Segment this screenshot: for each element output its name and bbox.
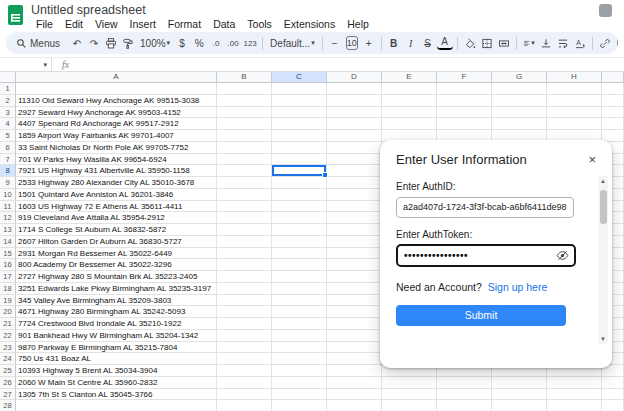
formula-input[interactable] [79, 58, 624, 71]
cell-partial-3[interactable] [602, 107, 624, 119]
cell-B26[interactable] [217, 377, 272, 389]
authtoken-input[interactable] [404, 250, 554, 261]
cell-A7[interactable]: 701 W Parks Hwy Wasilla AK 99654-6924 [16, 154, 217, 166]
cell-A26[interactable]: 2060 W Main St Centre AL 35960-2832 [16, 377, 217, 389]
cell-C21[interactable] [272, 318, 327, 330]
cell-B7[interactable] [217, 154, 272, 166]
cell-C28[interactable] [272, 400, 327, 411]
cell-B16[interactable] [217, 259, 272, 271]
column-header-A[interactable]: A [16, 72, 217, 82]
cell-G4[interactable] [492, 118, 547, 130]
strikethrough-button[interactable]: S [420, 34, 436, 52]
cell-D11[interactable] [327, 201, 382, 213]
borders-icon[interactable] [479, 34, 495, 52]
cell-B1[interactable] [217, 83, 272, 95]
cell-A4[interactable]: 4407 Spenard Rd Anchorage AK 99517-2912 [16, 118, 217, 130]
insert-link-icon[interactable] [597, 34, 613, 52]
cell-C3[interactable] [272, 107, 327, 119]
cell-C7[interactable] [272, 154, 327, 166]
cell-H27[interactable] [547, 389, 602, 401]
cell-C22[interactable] [272, 330, 327, 342]
cell-C13[interactable] [272, 224, 327, 236]
cell-B11[interactable] [217, 201, 272, 213]
menu-help[interactable]: Help [342, 18, 374, 31]
row-header-15[interactable]: 15 [0, 248, 16, 260]
cell-B3[interactable] [217, 107, 272, 119]
column-header-D[interactable]: D [327, 72, 382, 82]
cell-partial-1[interactable] [602, 83, 624, 95]
cell-A5[interactable]: 1859 Airport Way Fairbanks AK 99701-4007 [16, 130, 217, 142]
cell-G3[interactable] [492, 107, 547, 119]
toggle-password-visibility-icon[interactable] [554, 247, 570, 263]
cell-B12[interactable] [217, 212, 272, 224]
cell-A22[interactable]: 901 Bankhead Hwy W Birmingham AL 35204-1… [16, 330, 217, 342]
cell-B21[interactable] [217, 318, 272, 330]
cell-D1[interactable] [327, 83, 382, 95]
vertical-align-icon[interactable] [538, 34, 554, 52]
row-header-25[interactable]: 25 [0, 365, 16, 377]
dialog-scrollbar[interactable]: ▲ ▼ [598, 176, 608, 344]
cell-H3[interactable] [547, 107, 602, 119]
column-header-G[interactable]: G [492, 72, 547, 82]
cell-C15[interactable] [272, 248, 327, 260]
cell-C6[interactable] [272, 142, 327, 154]
cell-C23[interactable] [272, 342, 327, 354]
cell-B20[interactable] [217, 306, 272, 318]
cell-B23[interactable] [217, 342, 272, 354]
cell-G26[interactable] [492, 377, 547, 389]
row-header-17[interactable]: 17 [0, 271, 16, 283]
cell-H2[interactable] [547, 95, 602, 107]
cell-F2[interactable] [437, 95, 492, 107]
cell-partial-26[interactable] [602, 377, 624, 389]
cell-B19[interactable] [217, 295, 272, 307]
cell-C26[interactable] [272, 377, 327, 389]
cell-D25[interactable] [327, 365, 382, 377]
cell-D5[interactable] [327, 130, 382, 142]
signup-link[interactable]: Sign up here [488, 281, 548, 293]
row-header-19[interactable]: 19 [0, 295, 16, 307]
cell-F4[interactable] [437, 118, 492, 130]
cell-A1[interactable] [16, 83, 217, 95]
cell-B24[interactable] [217, 353, 272, 365]
row-header-5[interactable]: 5 [0, 130, 16, 142]
submit-button[interactable]: Submit [396, 305, 566, 326]
cell-B10[interactable] [217, 189, 272, 201]
cell-C24[interactable] [272, 353, 327, 365]
account-icon[interactable] [599, 4, 612, 17]
merge-cells-icon[interactable] [496, 34, 512, 52]
format-currency-button[interactable]: $ [174, 34, 190, 52]
cell-F1[interactable] [437, 83, 492, 95]
horizontal-align-icon[interactable]: ▾ [521, 34, 537, 52]
cell-D9[interactable] [327, 177, 382, 189]
cell-D3[interactable] [327, 107, 382, 119]
document-title[interactable]: Untitled spreadsheet [31, 3, 374, 17]
scrollbar-thumb[interactable] [600, 190, 607, 224]
text-rotation-icon[interactable]: A [572, 34, 588, 52]
cell-D20[interactable] [327, 306, 382, 318]
zoom-control[interactable]: 100% ▾ [137, 34, 173, 52]
cell-A18[interactable]: 3251 Edwards Lake Pkwy Birmingham AL 352… [16, 283, 217, 295]
cell-D28[interactable] [327, 400, 382, 411]
cell-C11[interactable] [272, 201, 327, 213]
cell-E27[interactable] [382, 389, 437, 401]
row-header-23[interactable]: 23 [0, 342, 16, 354]
row-header-24[interactable]: 24 [0, 353, 16, 365]
column-header-H[interactable]: H [547, 72, 602, 82]
select-all-corner[interactable] [0, 72, 16, 82]
cell-C25[interactable] [272, 365, 327, 377]
undo-icon[interactable]: ↶ [69, 34, 85, 52]
close-icon[interactable]: × [588, 153, 596, 166]
cell-D6[interactable] [327, 142, 382, 154]
column-header-E[interactable]: E [382, 72, 437, 82]
cell-C4[interactable] [272, 118, 327, 130]
menu-data[interactable]: Data [208, 18, 240, 31]
cell-B14[interactable] [217, 236, 272, 248]
format-percent-button[interactable]: % [191, 34, 207, 52]
cell-D22[interactable] [327, 330, 382, 342]
menus-search-button[interactable]: Menus [10, 34, 68, 52]
bold-button[interactable]: B [386, 34, 402, 52]
cell-B25[interactable] [217, 365, 272, 377]
row-header-9[interactable]: 9 [0, 177, 16, 189]
fill-color-icon[interactable] [462, 34, 478, 52]
row-header-20[interactable]: 20 [0, 306, 16, 318]
